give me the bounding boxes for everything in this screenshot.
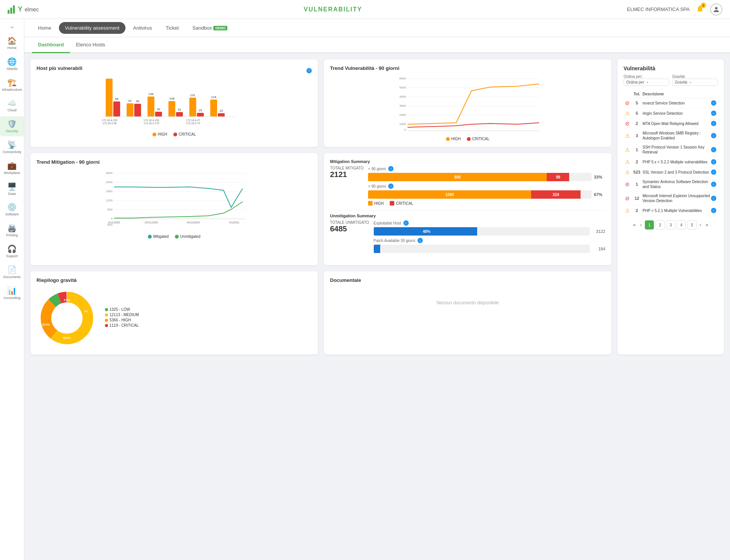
vuln-info-2[interactable]: i <box>711 121 716 126</box>
svg-rect-10 <box>155 112 162 117</box>
pagination-last[interactable]: » <box>704 221 710 228</box>
page-2[interactable]: 2 <box>655 220 665 229</box>
more-90-pct: 67% <box>594 192 605 197</box>
sidebar-item-accounting[interactable]: 📊 Accounting <box>0 283 24 303</box>
tab-vulnerability-assessment[interactable]: Vulnerability assessment <box>59 22 125 34</box>
sidebar-collapse-button[interactable] <box>0 22 24 33</box>
pagination-next[interactable]: › <box>698 221 703 228</box>
tab-antivirus[interactable]: Antivirus <box>127 22 158 34</box>
more-90-info[interactable]: i <box>388 184 394 189</box>
sidebar-item-connectivity[interactable]: 📡 Connectivity <box>0 137 24 157</box>
sidebar-item-workplace[interactable]: 💼 Workplace <box>0 158 24 178</box>
user-avatar[interactable] <box>710 3 722 16</box>
sidebar-item-printing[interactable]: 🖨️ Printing <box>0 220 24 240</box>
svg-text:10/12/2020: 10/12/2020 <box>408 132 421 133</box>
unmitigation-total-value: 6485 <box>330 225 369 233</box>
sidebar-label-accounting: Accounting <box>3 296 21 300</box>
tab-home[interactable]: Home <box>32 22 57 34</box>
patch-info[interactable]: i <box>417 238 423 243</box>
svg-rect-6 <box>134 104 141 117</box>
svg-text:31: 31 <box>178 108 181 111</box>
vuln-desc-7: Symantec Antivirus Software Detection an… <box>643 179 711 189</box>
exploit-info[interactable]: i <box>403 220 409 226</box>
svg-text:90: 90 <box>136 100 140 103</box>
svg-text:0: 0 <box>111 217 113 220</box>
severity-critical-icon-7: ⊘ <box>624 181 631 187</box>
header-right: ELMEC INFORMATICA SPA 1 <box>627 3 722 16</box>
sub-tab-dashboard[interactable]: Dashboard <box>32 37 70 53</box>
logo-text: elmec <box>25 6 39 13</box>
host-vulnerabilities-title: Host più vulnerabili <box>36 65 83 71</box>
sidebar-item-security[interactable]: 🛡️ Security <box>0 116 24 136</box>
pagination-first[interactable]: « <box>632 221 637 228</box>
sidebar-item-home[interactable]: 🏠 Home <box>0 33 24 53</box>
sidebar-item-software[interactable]: 💿 Software <box>0 199 24 220</box>
donut-legend: 1325 - LOW 12113 - MEDIUM 5366 - HIGH <box>105 307 139 329</box>
vuln-row-1: ⚠ 5 rlogin Service Detection i <box>624 108 718 119</box>
vuln-desc-4: SSH Protocol Version 1 Session Key Retri… <box>643 145 711 155</box>
riepilogo-card: Riepilogo gravità <box>30 271 318 354</box>
donut-chart: 6.6% 7% 26.9% 60.6% <box>36 288 97 348</box>
sidebar-item-infrastructure[interactable]: 🏗️ Infrastructure <box>0 75 24 95</box>
mitigation-summary: Mitigation Summary TOTALE MITIGATO 2121 … <box>330 159 605 206</box>
sub-tab-elenco-hosts[interactable]: Elenco Hosts <box>70 37 111 53</box>
svg-text:0: 0 <box>405 128 406 131</box>
vuln-info-7[interactable]: i <box>711 182 716 187</box>
gravity-select[interactable]: Gravità <box>672 79 718 86</box>
left-column: Host più vulnerabili ? 263 58 <box>30 59 611 354</box>
sort-select[interactable]: Ordina per <box>624 79 669 86</box>
trend-mitigation-chart: 3000 2400 1800 1200 600 0 -600 <box>36 169 312 230</box>
sidebar-item-cloud[interactable]: ☁️ Cloud <box>0 95 24 115</box>
logo: Y elmec <box>8 5 39 14</box>
vuln-info-6[interactable]: i <box>711 169 716 175</box>
bell-icon[interactable]: 1 <box>696 5 704 14</box>
sidebar-item-daas[interactable]: 🖥️ Daas <box>0 179 24 199</box>
svg-text:8/2/2021: 8/2/2021 <box>478 132 488 133</box>
documentale-card: Documentale Nessun documento disponibile <box>324 271 611 354</box>
cloud-icon: ☁️ <box>7 98 17 108</box>
severity-high-icon-1: ⚠ <box>624 110 631 116</box>
vuln-info-9[interactable]: i <box>711 208 716 213</box>
sidebar-label-home: Home <box>7 46 16 50</box>
svg-text:60.6%: 60.6% <box>63 337 71 339</box>
page-4[interactable]: 4 <box>677 220 686 229</box>
exploit-bar: 48% <box>374 227 478 236</box>
svg-text:2/11/2020: 2/11/2020 <box>108 221 120 224</box>
sidebar-label-software: Software <box>5 212 19 217</box>
tab-sandbox[interactable]: Sandbox DEMO <box>186 22 233 34</box>
sidebar-label-printing: Printing <box>6 233 18 237</box>
vuln-info-3[interactable]: i <box>711 133 716 138</box>
more-90-high-bar: 1090 <box>368 190 531 199</box>
vuln-tot-6: 523 <box>631 170 643 174</box>
documents-icon: 📄 <box>7 265 17 274</box>
svg-text:172.16.4.48: 172.16.4.48 <box>103 122 117 125</box>
mitigation-card: Mitigation Summary TOTALE MITIGATO 2121 … <box>324 153 611 265</box>
sidebar-label-workplace: Workplace <box>4 171 20 175</box>
logo-bar-2 <box>10 8 12 14</box>
svg-text:9/1/2021: 9/1/2021 <box>436 132 446 133</box>
page-3[interactable]: 3 <box>666 220 675 229</box>
vuln-info-4[interactable]: i <box>711 147 716 152</box>
vuln-desc-2: MTA Open Mail Relaying Allowed <box>643 121 711 126</box>
page-5[interactable]: 5 <box>687 220 697 229</box>
sidebar: 🏠 Home 🌐 Atlantis 🏗️ Infrastructure ☁️ C… <box>0 19 24 361</box>
svg-text:172.16.4.153: 172.16.4.153 <box>144 119 159 122</box>
vuln-info-0[interactable]: i <box>711 100 716 106</box>
vuln-tot-1: 5 <box>631 111 643 115</box>
pagination-prev[interactable]: ‹ <box>639 221 643 228</box>
sidebar-item-atlantis[interactable]: 🌐 Atlantis <box>0 54 24 74</box>
host-vulnerabilities-info[interactable]: ? <box>306 68 312 73</box>
vuln-info-1[interactable]: i <box>711 111 716 116</box>
less-90-info[interactable]: i <box>388 166 394 171</box>
vuln-info-8[interactable]: i <box>711 196 716 201</box>
vuln-desc-1: rlogin Service Detection <box>643 111 711 116</box>
vuln-desc-8: Microsoft Internet Explorer Unsupported … <box>643 193 711 203</box>
vuln-row-9: ⚠ 2 PHP < 5.2.1 Multiple Vulnerabilities… <box>624 206 718 216</box>
host-chart-legend: HIGH CRITICAL <box>36 132 312 136</box>
sidebar-item-support[interactable]: 🎧 Support <box>0 241 24 261</box>
sidebar-item-documents[interactable]: 📄 Documents <box>0 262 24 282</box>
svg-text:172.16.4.235: 172.16.4.235 <box>102 119 117 122</box>
vuln-info-5[interactable]: i <box>711 159 716 165</box>
page-1[interactable]: 1 <box>645 220 654 229</box>
tab-ticket[interactable]: Ticket <box>160 22 185 34</box>
